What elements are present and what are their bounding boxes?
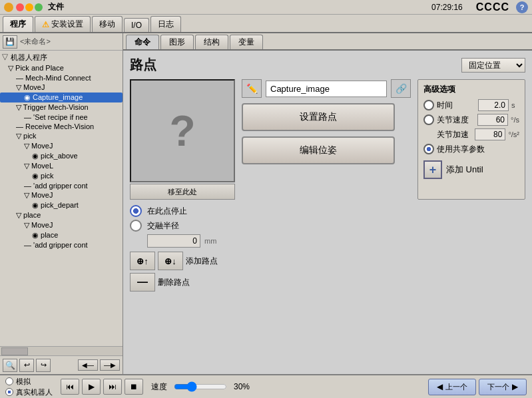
tree-item-pick[interactable]: ▽ pick (0, 131, 123, 141)
set-waypoint-button[interactable]: 设置路点 (242, 103, 395, 131)
real-robot-radio[interactable] (5, 388, 13, 396)
link-button[interactable]: 🔗 (391, 79, 411, 98)
warn-icon: ⚠ (42, 20, 49, 29)
tree-item-movej1[interactable]: ▽ MoveJ (0, 83, 123, 93)
tree-item-pick-place[interactable]: ▽ 路点Pick and Place (0, 63, 123, 73)
time-input[interactable] (478, 99, 509, 111)
real-robot-radio-option[interactable]: 真实机器人 (5, 387, 53, 397)
prev-button[interactable]: ◀ 上一个 (428, 379, 476, 395)
shared-params-label: 使用共享参数 (437, 144, 485, 155)
tab-structure[interactable]: 结构 (195, 35, 228, 49)
simulate-radio[interactable] (5, 377, 13, 385)
blend-radio[interactable] (130, 220, 142, 232)
tree-item-movel[interactable]: ▽ MoveL (0, 161, 123, 171)
real-robot-label: 真实机器人 (16, 387, 53, 397)
edit-pose-button[interactable]: 编辑位姿 (242, 136, 395, 164)
current-time: 07:29:16 (431, 3, 463, 12)
time-unit: s (511, 101, 515, 109)
joint-speed-radio[interactable] (423, 114, 434, 125)
add-until-button[interactable]: + (423, 160, 442, 179)
tree-item-movej4[interactable]: ▽ MoveJ (0, 220, 123, 230)
blend-input[interactable] (147, 234, 200, 248)
position-dropdown[interactable]: 固定位置变量相对位置 (461, 58, 525, 73)
tab-move[interactable]: 移动 (92, 16, 123, 32)
tree-item-pick2[interactable]: ◉ pick (0, 171, 123, 181)
program-name: <未命名> (20, 37, 51, 47)
stop-here-label: 在此点停止 (147, 206, 187, 217)
edit-name-button[interactable]: ✏️ (242, 79, 262, 98)
help-button[interactable]: ? (516, 1, 528, 13)
play-button[interactable]: ▶ (82, 379, 101, 395)
tree-item-receive[interactable]: — Receive Mech-Vision (0, 122, 123, 131)
remove-waypoint-label: 删除路点 (158, 277, 190, 288)
cccc-label: CCCC (476, 1, 509, 13)
joint-speed-unit: °/s (511, 116, 519, 124)
tab-program[interactable]: 程序 (3, 16, 33, 32)
tab-log[interactable]: 日志 (150, 16, 181, 32)
joint-accel-input[interactable] (475, 128, 505, 140)
add-waypoint-label: 添加路点 (186, 256, 218, 267)
tree-item-mech-connect[interactable]: — Mech-Mind Connect (0, 73, 123, 83)
tree-item-trigger[interactable]: ▽ Trigger Mech-Vision (0, 102, 123, 112)
window-close[interactable] (16, 3, 24, 11)
next-button[interactable]: 下一个 ▶ (479, 379, 527, 395)
joint-accel-label: 关节加速 (437, 129, 472, 140)
tree-item-capture-image[interactable]: ◉ Capture_image (0, 93, 123, 102)
skip-back-button[interactable]: ⏮ (61, 379, 79, 395)
tab-install[interactable]: ⚠ 安装设置 (35, 16, 91, 32)
tree-item-movej3[interactable]: ▽ MoveJ (0, 190, 123, 200)
step-back-button[interactable]: ◀— (78, 359, 98, 371)
tree-item-place[interactable]: ▽ place (0, 210, 123, 220)
add-until-label[interactable]: 添加 Until (446, 164, 483, 176)
waypoint-name-input[interactable] (266, 81, 387, 97)
tree-area: ▽ 机器人程序 ▽ 路点Pick and Place — Mech-Mind C… (0, 51, 123, 346)
save-button[interactable]: 💾 (3, 35, 17, 49)
step-fwd-button[interactable]: —▶ (100, 359, 120, 371)
page-title: 路点 (130, 56, 156, 74)
blend-unit: mm (204, 237, 216, 245)
tab-variables[interactable]: 变量 (230, 35, 263, 49)
tab-io[interactable]: I/O (124, 18, 149, 32)
window-maximize[interactable] (35, 3, 43, 11)
time-radio[interactable] (423, 100, 434, 110)
tab-command[interactable]: 命令 (126, 35, 159, 49)
joint-speed-label: 关节速度 (437, 114, 475, 126)
simulate-radio-option[interactable]: 模拟 (5, 377, 53, 387)
blend-label: 交融半径 (147, 220, 179, 232)
preview-box: ? (130, 79, 235, 182)
advanced-options-title: 高级选项 (423, 84, 519, 95)
shared-params-radio[interactable] (423, 144, 434, 154)
tree-item-pick-depart[interactable]: ◉ pick_depart (0, 200, 123, 210)
remove-waypoint-button[interactable]: — (130, 273, 155, 292)
joint-speed-input[interactable] (477, 114, 508, 126)
move-here-button[interactable]: 移至此处 (130, 184, 235, 200)
undo-button[interactable]: ↩ (19, 359, 34, 372)
skip-fwd-button[interactable]: ⏭ (103, 379, 122, 395)
speed-label: 速度 (151, 381, 167, 393)
window-title: 文件 (48, 1, 431, 13)
speed-percentage: 30% (234, 382, 250, 391)
time-label: 时间 (437, 100, 475, 111)
tree-item-add-gripper2[interactable]: — 'add gripper cont (0, 240, 123, 250)
tree-item-movej2[interactable]: ▽ MoveJ (0, 141, 123, 151)
tree-item-add-gripper1[interactable]: — 'add gripper cont (0, 181, 123, 190)
tree-item-robot-program[interactable]: ▽ 机器人程序 (0, 52, 123, 63)
tree-item-set-recipe[interactable]: — 'Set recipe if nee (0, 112, 123, 122)
tree-item-place2[interactable]: ◉ place (0, 230, 123, 240)
question-mark-icon: ? (169, 106, 195, 156)
window-minimize[interactable] (25, 3, 33, 11)
stop-here-radio[interactable] (130, 205, 142, 217)
search-button[interactable]: 🔍 (3, 359, 17, 372)
tab-graphics[interactable]: 图形 (160, 35, 194, 49)
tree-item-pick-above[interactable]: ◉ pick_above (0, 151, 123, 161)
add-up-button[interactable]: ⊕↑ (130, 252, 155, 270)
speed-slider[interactable] (174, 381, 227, 392)
simulate-label: 模拟 (16, 377, 31, 387)
stop-button[interactable]: ⏹ (125, 379, 143, 395)
add-down-button[interactable]: ⊕↓ (158, 252, 183, 270)
window-icon (4, 3, 13, 12)
joint-accel-unit: °/s² (508, 130, 519, 138)
redo-button[interactable]: ↪ (36, 359, 51, 372)
